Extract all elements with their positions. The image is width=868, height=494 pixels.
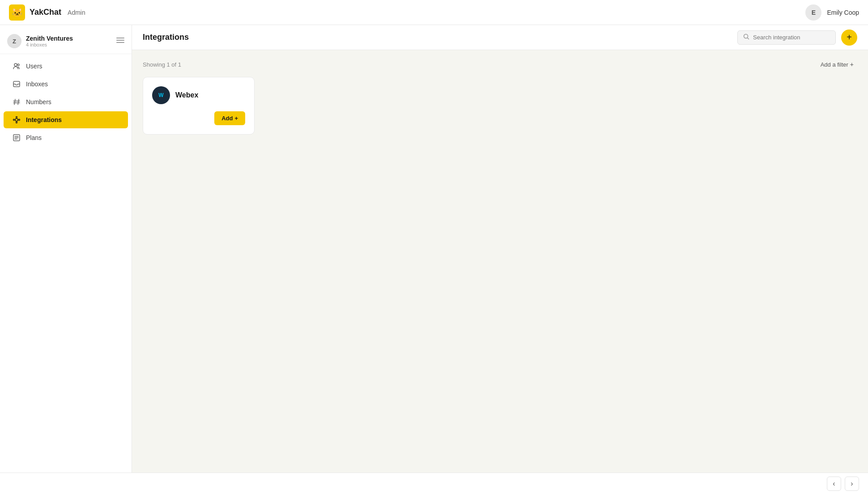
yakchat-logo-icon: 🐱 bbox=[9, 4, 25, 21]
sidebar-item-inboxes[interactable]: Inboxes bbox=[4, 76, 128, 93]
svg-point-10 bbox=[16, 122, 17, 123]
next-page-button[interactable]: › bbox=[845, 477, 859, 491]
svg-text:🐱: 🐱 bbox=[12, 7, 23, 17]
main-layout: Z Zenith Ventures 4 inboxes bbox=[0, 25, 868, 473]
user-avatar: E bbox=[805, 4, 821, 21]
top-header: 🐱 YakChat Admin E Emily Coop bbox=[0, 0, 868, 25]
results-bar: Showing 1 of 1 Add a filter + bbox=[143, 59, 857, 70]
card-header: W Webex bbox=[152, 86, 245, 104]
workspace-inboxes: 4 inboxes bbox=[26, 42, 73, 47]
results-count: Showing 1 of 1 bbox=[143, 61, 181, 68]
add-filter-label: Add a filter bbox=[821, 61, 848, 68]
webex-logo-icon: W bbox=[152, 86, 170, 104]
sidebar-toggle-icon[interactable] bbox=[116, 36, 124, 46]
page-title: Integrations bbox=[143, 33, 189, 42]
card-footer: Add + bbox=[152, 111, 245, 125]
svg-point-9 bbox=[16, 117, 17, 118]
svg-text:W: W bbox=[158, 92, 164, 98]
svg-point-6 bbox=[17, 64, 19, 66]
prev-arrow-icon: ‹ bbox=[833, 480, 835, 488]
integration-card-webex: W Webex Add + bbox=[143, 77, 255, 135]
numbers-icon bbox=[13, 98, 21, 106]
sidebar-item-integrations-label: Integrations bbox=[26, 116, 62, 123]
prev-page-button[interactable]: ‹ bbox=[827, 477, 841, 491]
svg-rect-4 bbox=[116, 42, 124, 43]
admin-label: Admin bbox=[68, 9, 85, 16]
sidebar-item-inboxes-label: Inboxes bbox=[26, 80, 48, 88]
content-body: Showing 1 of 1 Add a filter + W bbox=[132, 50, 868, 473]
svg-rect-3 bbox=[116, 40, 124, 41]
add-integration-button[interactable]: + bbox=[841, 30, 857, 46]
header-right: E Emily Coop bbox=[805, 4, 859, 21]
search-icon bbox=[743, 34, 749, 42]
svg-point-11 bbox=[13, 119, 15, 121]
sidebar-item-plans-label: Plans bbox=[26, 134, 42, 141]
next-arrow-icon: › bbox=[851, 480, 853, 488]
svg-point-8 bbox=[15, 118, 18, 121]
workspace-item[interactable]: Z Zenith Ventures 4 inboxes bbox=[0, 29, 132, 54]
users-icon bbox=[13, 62, 21, 70]
svg-rect-2 bbox=[116, 38, 124, 38]
svg-point-5 bbox=[14, 63, 17, 66]
sidebar-item-plans[interactable]: Plans bbox=[4, 129, 128, 146]
webex-card-name: Webex bbox=[175, 91, 198, 99]
add-filter-plus-icon: + bbox=[850, 61, 854, 68]
content-header: Integrations + bbox=[132, 25, 868, 50]
sidebar-item-numbers[interactable]: Numbers bbox=[4, 93, 128, 110]
add-filter-button[interactable]: Add a filter + bbox=[817, 59, 857, 70]
integrations-icon bbox=[13, 116, 21, 124]
workspace-info: Zenith Ventures 4 inboxes bbox=[26, 35, 73, 47]
add-plus-icon: + bbox=[234, 115, 238, 122]
user-name: Emily Coop bbox=[827, 9, 859, 16]
bottom-bar: ‹ › bbox=[0, 473, 868, 494]
content-header-right: + bbox=[737, 30, 857, 46]
add-webex-button[interactable]: Add + bbox=[214, 111, 245, 125]
sidebar-item-users-label: Users bbox=[26, 63, 43, 70]
plans-icon bbox=[13, 134, 21, 142]
svg-point-12 bbox=[19, 119, 20, 121]
app-name: YakChat bbox=[30, 8, 61, 17]
sidebar-item-integrations[interactable]: Integrations bbox=[4, 111, 128, 128]
sidebar-item-numbers-label: Numbers bbox=[26, 98, 51, 106]
sidebar: Z Zenith Ventures 4 inboxes bbox=[0, 25, 132, 473]
sidebar-nav: Users Inboxes Numbers bbox=[0, 58, 132, 146]
sidebar-item-users[interactable]: Users bbox=[4, 58, 128, 75]
search-input[interactable] bbox=[753, 34, 830, 41]
logo-area: 🐱 YakChat Admin bbox=[9, 4, 85, 21]
search-box[interactable] bbox=[737, 30, 836, 45]
content-area: Integrations + Showi bbox=[132, 25, 868, 473]
workspace-avatar: Z bbox=[7, 34, 21, 48]
workspace-name: Zenith Ventures bbox=[26, 35, 73, 42]
inboxes-icon bbox=[13, 80, 21, 88]
cards-grid: W Webex Add + bbox=[143, 77, 857, 135]
